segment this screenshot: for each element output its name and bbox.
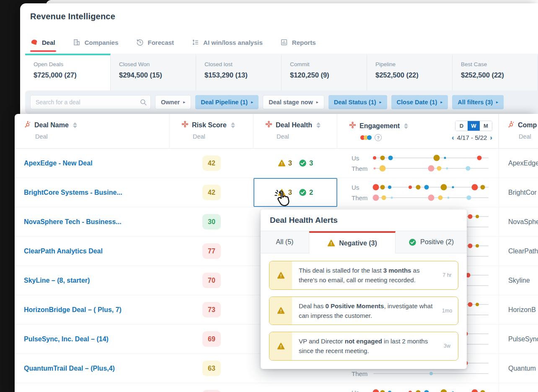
summary-card-pipeline[interactable]: Pipeline$252,500 (22) <box>367 54 453 90</box>
company-cell: ApexEdge <box>499 149 538 178</box>
deal-name-link[interactable]: NovaSphere Tech - Business... <box>24 218 122 226</box>
company-name: HorizonB <box>508 306 536 314</box>
nav-tab-companies[interactable]: Companies <box>73 39 119 46</box>
company-name: NovaSphe <box>508 218 538 226</box>
period-option-d[interactable]: D <box>455 121 468 131</box>
deal-name-link[interactable]: QuantumTrail Deal – (Plus,4) <box>24 365 115 372</box>
engagement-us-track <box>373 157 489 158</box>
deal-name-cell: BrightCore Systems - Busine... <box>15 178 170 207</box>
card-value: $294,500 (15) <box>119 71 187 79</box>
sort-icon[interactable] <box>404 123 408 129</box>
popup-tab-positive-2-[interactable]: Positive (2) <box>396 231 467 253</box>
deal-name-link[interactable]: SkyLine – (8, starter) <box>24 277 90 284</box>
summary-card-best-case[interactable]: Best Case$252,500 (22) <box>453 54 538 90</box>
deal-name-cell: QuantumTrail Deal – (Plus,4) <box>15 354 170 383</box>
sort-icon[interactable] <box>316 122 321 128</box>
deal-name-cell: SkyLine – (8, starter) <box>15 266 170 295</box>
risk-score-badge: 69 <box>202 331 221 347</box>
deal-name-link[interactable]: PulseSync, Inc. Deal – (14) <box>24 335 109 343</box>
column-header-company[interactable]: Comp Deal <box>499 114 538 148</box>
deal-health-cell[interactable] <box>253 383 337 392</box>
engagement-them-line: Them <box>352 370 489 377</box>
column-title: Deal Health <box>276 121 312 129</box>
search-input[interactable] <box>30 95 151 109</box>
engagement-them-label: Them <box>352 370 373 377</box>
column-header-risk-score[interactable]: Risk Score Deal <box>170 114 253 148</box>
risk-score-cell: 77 <box>170 237 253 266</box>
nav-tab-reports[interactable]: Reports <box>280 39 316 46</box>
risk-score-cell: 30 <box>170 207 253 236</box>
popup-tab-all-5-[interactable]: All (5) <box>261 231 309 253</box>
period-option-w[interactable]: W <box>468 121 480 131</box>
sort-icon[interactable] <box>231 122 235 128</box>
engagement-dot <box>466 166 470 171</box>
period-option-m[interactable]: M <box>480 121 492 131</box>
summary-card-commit[interactable]: Commit$120,250 (9) <box>282 54 367 90</box>
chevron-right-icon[interactable]: › <box>490 134 492 141</box>
nav-tab-ai-win-loss-analysis[interactable]: AI win/loss analysis <box>191 39 263 46</box>
filter-chip-owner[interactable]: Owner▸ <box>155 95 191 109</box>
engagement-dot <box>476 244 479 248</box>
deal-name-cell: NovaSphere Tech - Business... <box>15 207 170 236</box>
hubspot-sprocket-icon <box>507 121 515 129</box>
summary-card-open-deals[interactable]: Open Deals$725,000 (27) <box>25 54 111 90</box>
caret-right-icon: ▸ <box>380 100 382 104</box>
alert-text-content: Deal has 0 Positive Moments, investigate… <box>299 301 434 321</box>
building-icon <box>73 39 81 46</box>
deal-name-link[interactable]: ClearPath Analytics Deal <box>24 248 103 255</box>
alert-age: 3w <box>436 332 458 360</box>
filter-chip-deal-pipeline-1-[interactable]: Deal Pipeline (1)▸ <box>195 95 259 109</box>
alert-card[interactable]: Deal has 0 Positive Moments, investigate… <box>269 297 458 325</box>
engagement-dot <box>476 215 479 218</box>
engagement-cell: UsThem <box>337 178 499 207</box>
summary-card-closed-lost[interactable]: Closed lost$153,290 (13) <box>196 54 282 90</box>
card-label: Pipeline <box>375 61 444 67</box>
search-icon <box>140 98 147 106</box>
filter-chip-deal-status-1-[interactable]: Deal Status (1)▸ <box>328 95 387 109</box>
deal-name-link[interactable]: BrightCore Systems - Busine... <box>24 189 122 196</box>
summary-card-closed-won[interactable]: Closed Won$294,500 (15) <box>111 54 196 90</box>
nav-tab-forecast[interactable]: Forecast <box>136 39 174 46</box>
deal-name-link[interactable]: HorizonBridge Deal – ( Plus, 7) <box>24 306 122 314</box>
deal-name-link[interactable]: ApexEdge - New Deal <box>24 160 93 167</box>
engagement-dot <box>372 389 379 392</box>
alert-icon-strip <box>269 261 292 289</box>
sort-icon[interactable] <box>73 122 77 128</box>
engagement-dot <box>381 196 386 200</box>
alert-card[interactable]: VP and Director not engaged in last 2 mo… <box>269 332 458 361</box>
alert-text: Deal has 0 Positive Moments, investigate… <box>292 297 436 325</box>
caret-right-icon: ▸ <box>316 100 318 104</box>
alert-age: 7 hr <box>436 261 458 289</box>
engagement-dot <box>452 186 454 188</box>
engagement-dot <box>380 185 385 190</box>
help-icon[interactable]: ? <box>375 134 382 141</box>
engagement-us-track <box>373 187 489 188</box>
alert-card[interactable]: This deal is stalled for the last 3 mont… <box>269 261 458 290</box>
nav-tab-deal[interactable]: Deal <box>30 39 55 46</box>
column-header-deal-health[interactable]: Deal Health Deal <box>253 114 337 148</box>
chevron-left-icon[interactable]: ‹ <box>452 134 454 141</box>
popup-tab-negative-3-[interactable]: Negative (3) <box>309 231 396 253</box>
risk-score-cell: 42 <box>170 178 253 207</box>
column-header-deal-name[interactable]: Deal Name Deal <box>15 114 170 148</box>
alert-age: 1mo <box>436 297 458 325</box>
positive-count: 3 <box>309 159 313 167</box>
engagement-dot <box>438 196 442 200</box>
engagement-dot <box>437 166 441 171</box>
filter-chip-close-date-1-[interactable]: Close Date (1)▸ <box>391 95 448 109</box>
deal-health-alerts-popup: Deal Health Alerts All (5)Negative (3)Po… <box>261 209 467 369</box>
engagement-dot <box>481 390 485 392</box>
engagement-them-label: Them <box>352 194 373 201</box>
engagement-dot <box>388 156 393 160</box>
deal-health-cell[interactable]: 33 <box>253 149 337 178</box>
column-header-engagement[interactable]: Engagement DWM ? ‹ 4/17 - 5/22 › <box>337 114 499 148</box>
deal-health-cell[interactable]: 32 <box>253 178 337 207</box>
engagement-dot <box>447 197 449 199</box>
date-range-label: 4/17 - 5/22 <box>457 134 487 141</box>
caret-right-icon: ▸ <box>183 100 185 104</box>
risk-score-cell: 63 <box>170 354 253 383</box>
filter-chip-all-filters-3-[interactable]: All filters (3)▸ <box>452 95 504 109</box>
filter-chip-deal-stage-now[interactable]: Deal stage now▸ <box>263 95 324 109</box>
period-toggle: DWM <box>455 121 492 131</box>
nav-tab-label: Deal <box>42 39 55 46</box>
